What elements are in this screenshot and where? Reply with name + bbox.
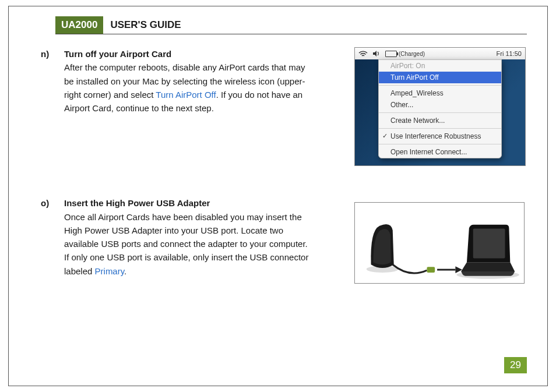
step-o-text-post: . xyxy=(124,266,126,276)
svg-marker-0 xyxy=(373,51,376,56)
svg-rect-6 xyxy=(473,229,505,259)
menu-separator xyxy=(379,128,501,129)
svg-marker-4 xyxy=(455,266,462,273)
figure-airport-menu: (Charged) Fri 11:50 AirPort: On Turn Air… xyxy=(354,47,526,166)
menu-separator xyxy=(379,144,501,144)
step-n-link: Turn AirPort Off xyxy=(156,90,216,100)
header: UA2000 USER'S GUIDE xyxy=(55,16,527,34)
figure-usb-laptop xyxy=(354,202,525,284)
battery-status[interactable]: (Charged) xyxy=(385,51,425,57)
wifi-icon[interactable] xyxy=(358,50,368,57)
step-letter-n: n) xyxy=(41,47,54,115)
step-n: n) Turn off your Airport Card After the … xyxy=(41,47,335,115)
header-rule xyxy=(55,34,527,34)
menu-item-interference[interactable]: Use Interference Robustness xyxy=(379,130,501,142)
usb-laptop-illustration xyxy=(360,206,519,283)
menu-item-turn-off[interactable]: Turn AirPort Off xyxy=(379,72,501,83)
step-o-link: Primary xyxy=(95,266,125,276)
battery-text: (Charged) xyxy=(399,51,425,57)
product-badge: UA2000 xyxy=(55,16,103,34)
page-number: 29 xyxy=(504,357,527,373)
airport-dropdown: AirPort: On Turn AirPort Off Amped_Wirel… xyxy=(378,59,502,158)
menu-item-open-ic[interactable]: Open Internet Connect... xyxy=(379,146,501,158)
menu-separator xyxy=(379,85,501,86)
menubar-clock[interactable]: Fri 11:50 xyxy=(497,50,522,57)
step-o: o) Insert the High Power USB Adapter Onc… xyxy=(41,196,335,278)
menu-item-status: AirPort: On xyxy=(379,60,501,72)
step-o-title: Insert the High Power USB Adapter xyxy=(64,198,210,208)
battery-icon xyxy=(385,51,397,57)
volume-icon[interactable] xyxy=(372,50,381,57)
menu-item-other[interactable]: Other... xyxy=(379,99,501,111)
mac-menubar: (Charged) Fri 11:50 xyxy=(355,48,525,59)
step-n-title: Turn off your Airport Card xyxy=(64,49,171,59)
guide-title: USER'S GUIDE xyxy=(103,16,188,34)
step-letter-o: o) xyxy=(41,196,54,278)
menu-item-amped[interactable]: Amped_Wireless xyxy=(379,87,501,99)
svg-rect-2 xyxy=(427,267,435,273)
menu-item-create[interactable]: Create Network... xyxy=(379,115,501,126)
menu-separator xyxy=(379,112,501,113)
